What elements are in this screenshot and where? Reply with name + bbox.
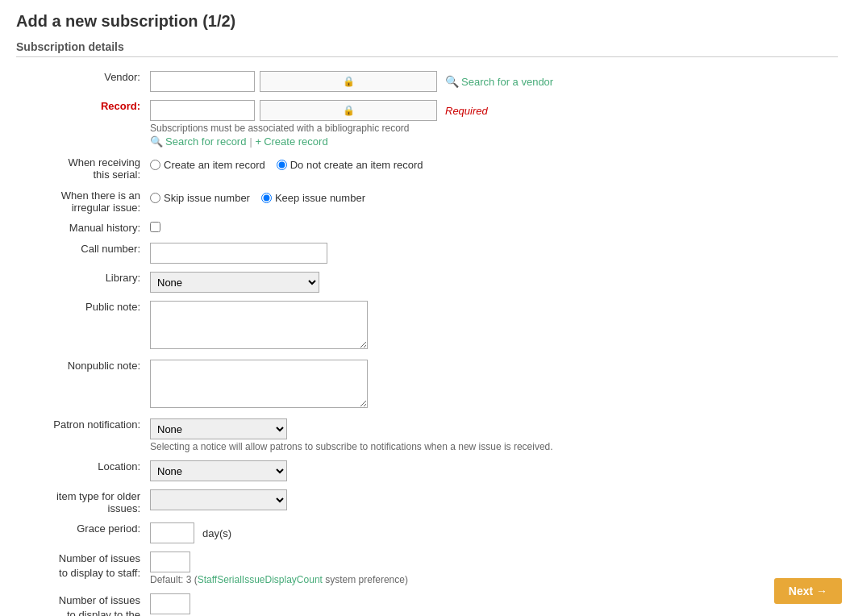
issues-staff-input[interactable]: [150, 551, 190, 572]
issues-public-input-cell: Default: 3 (OPACSerialIssueDisplayCount …: [145, 589, 838, 616]
irregular-issue-options: Skip issue number Keep issue number: [145, 185, 838, 218]
grace-period-input-cell: day(s): [145, 518, 838, 547]
section-title: Subscription details: [16, 40, 838, 57]
when-receiving-options: Create an item record Do not create an i…: [145, 152, 838, 185]
manual-history-input-cell: [145, 218, 838, 239]
patron-notification-select[interactable]: None: [150, 418, 287, 439]
record-name-box: 🔒: [260, 100, 437, 121]
plus-icon: +: [256, 135, 262, 148]
issues-staff-row: Number of issues to display to staff: De…: [16, 547, 838, 589]
next-button-container: Next →: [774, 578, 842, 604]
nonpublic-note-row: Nonpublic note:: [16, 356, 838, 414]
keep-issue-option: Keep issue number: [261, 192, 365, 204]
record-input-row: 🔒 Required: [150, 100, 833, 121]
issues-staff-label: Number of issues to display to staff:: [16, 547, 145, 589]
grace-period-row-inner: day(s): [150, 522, 833, 543]
required-text: Required: [445, 105, 488, 117]
skip-issue-radio[interactable]: [150, 193, 160, 203]
issues-public-input[interactable]: [150, 593, 190, 614]
vendor-name-box: 🔒: [260, 71, 437, 92]
page-title: Add a new subscription (1/2): [16, 12, 838, 31]
library-input-cell: None: [145, 268, 838, 297]
create-item-radio[interactable]: [150, 160, 160, 170]
public-note-label: Public note:: [16, 297, 145, 356]
page-container: Add a new subscription (1/2) Subscriptio…: [0, 0, 854, 616]
public-note-textarea[interactable]: [150, 301, 368, 349]
no-create-item-option: Do not create an item record: [277, 159, 423, 171]
nonpublic-note-input-cell: [145, 356, 838, 414]
keep-issue-radio[interactable]: [261, 193, 272, 203]
call-number-label: Call number:: [16, 239, 145, 268]
when-receiving-label: When receiving this serial:: [16, 152, 145, 185]
when-receiving-radio-group: Create an item record Do not create an i…: [150, 156, 833, 171]
manual-history-row: Manual history:: [16, 218, 838, 239]
record-action-links: 🔍 Search for record | + Create record: [150, 135, 833, 148]
record-id-input[interactable]: [150, 100, 255, 121]
public-note-input-cell: [145, 297, 838, 356]
form-table: Vendor: 🔒 🔍 Search for a vendor Record:: [16, 67, 838, 616]
when-receiving-row: When receiving this serial: Create an it…: [16, 152, 838, 185]
create-item-option: Create an item record: [150, 159, 265, 171]
vendor-input-cell: 🔒 🔍 Search for a vendor: [145, 67, 838, 96]
call-number-input-cell: [145, 239, 838, 268]
skip-issue-label: Skip issue number: [164, 192, 250, 204]
call-number-row: Call number:: [16, 239, 838, 268]
issues-staff-default: Default: 3 (StaffSerialIssueDisplayCount…: [150, 574, 833, 585]
lock-icon: 🔒: [343, 76, 355, 87]
vendor-row: Vendor: 🔒 🔍 Search for a vendor: [16, 67, 838, 96]
item-type-label: item type for older issues:: [16, 485, 145, 518]
patron-notice-text: Selecting a notice will allow patrons to…: [150, 441, 833, 452]
call-number-input[interactable]: [150, 243, 327, 264]
record-info-text: Subscriptions must be associated with a …: [150, 123, 833, 134]
staff-pref-link[interactable]: StaffSerialIssueDisplayCount: [198, 574, 323, 585]
keep-issue-label: Keep issue number: [275, 192, 365, 204]
public-note-row: Public note:: [16, 297, 838, 356]
item-type-input-cell: [145, 485, 838, 518]
separator: |: [249, 136, 252, 148]
patron-notification-row: Patron notification: None Selecting a no…: [16, 414, 838, 456]
irregular-issue-radio-group: Skip issue number Keep issue number: [150, 189, 833, 204]
vendor-id-input[interactable]: [150, 71, 255, 92]
nonpublic-note-label: Nonpublic note:: [16, 356, 145, 414]
library-label: Library:: [16, 268, 145, 297]
search-record-link[interactable]: 🔍 Search for record: [150, 135, 246, 148]
vendor-label: Vendor:: [16, 67, 145, 96]
record-label: Record:: [16, 96, 145, 152]
create-record-link[interactable]: + Create record: [256, 135, 328, 148]
search-vendor-label: Search for a vendor: [461, 76, 553, 88]
issues-public-label: Number of issues to display to the publi…: [16, 589, 145, 616]
create-item-label: Create an item record: [164, 159, 265, 171]
irregular-issue-label: When there is an irregular issue:: [16, 185, 145, 218]
irregular-issue-row: When there is an irregular issue: Skip i…: [16, 185, 838, 218]
location-row: Location: None: [16, 456, 838, 485]
search-vendor-link[interactable]: 🔍 Search for a vendor: [445, 75, 553, 88]
manual-history-label: Manual history:: [16, 218, 145, 239]
location-select[interactable]: None: [150, 460, 287, 481]
item-type-select[interactable]: [150, 489, 287, 510]
skip-issue-option: Skip issue number: [150, 192, 250, 204]
library-select[interactable]: None: [150, 272, 319, 293]
item-type-row: item type for older issues:: [16, 485, 838, 518]
manual-history-checkbox[interactable]: [150, 222, 160, 232]
patron-notification-input-cell: None Selecting a notice will allow patro…: [145, 414, 838, 456]
search-vendor-icon: 🔍: [445, 75, 459, 88]
no-create-item-radio[interactable]: [277, 160, 287, 170]
next-button[interactable]: Next →: [774, 578, 842, 604]
lock-icon-record: 🔒: [343, 105, 355, 116]
search-record-label: Search for record: [165, 135, 246, 148]
search-record-icon: 🔍: [150, 135, 163, 148]
days-label: day(s): [202, 527, 231, 539]
grace-period-input[interactable]: [150, 522, 194, 543]
record-row: Record: 🔒 Required Subscriptions must be…: [16, 96, 838, 152]
grace-period-label: Grace period:: [16, 518, 145, 547]
location-label: Location:: [16, 456, 145, 485]
nonpublic-note-textarea[interactable]: [150, 360, 368, 408]
record-input-cell: 🔒 Required Subscriptions must be associa…: [145, 96, 838, 152]
issues-staff-input-cell: Default: 3 (StaffSerialIssueDisplayCount…: [145, 547, 838, 589]
grace-period-row: Grace period: day(s): [16, 518, 838, 547]
create-record-label: Create record: [264, 135, 327, 148]
no-create-item-label: Do not create an item record: [290, 159, 423, 171]
library-row: Library: None: [16, 268, 838, 297]
location-input-cell: None: [145, 456, 838, 485]
patron-notification-label: Patron notification:: [16, 414, 145, 456]
